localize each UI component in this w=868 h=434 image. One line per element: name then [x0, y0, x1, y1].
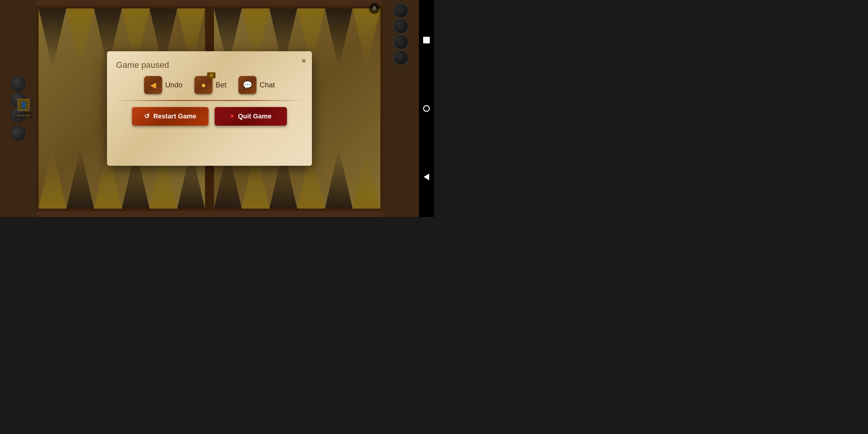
chat-icon: 💬	[243, 81, 252, 90]
nav-square-icon	[423, 37, 430, 43]
close-button[interactable]: ×	[302, 57, 306, 64]
nav-circle-item[interactable]	[422, 104, 431, 113]
pause-dialog: Game paused × ◀ Undo 0 ● Bet	[107, 51, 312, 166]
chat-button[interactable]: 💬	[239, 76, 256, 94]
nav-back-item[interactable]	[422, 173, 431, 181]
bet-button[interactable]: 0 ●	[194, 76, 213, 94]
quit-icon: ✕	[230, 113, 234, 120]
dialog-divider	[113, 100, 306, 101]
chat-action[interactable]: 💬 Chat	[239, 76, 275, 94]
nav-back-icon	[424, 174, 429, 180]
bottom-buttons: ↺ Restart Game ✕ Quit Game	[116, 107, 303, 126]
undo-button[interactable]: ◀	[144, 76, 162, 94]
undo-icon: ◀	[150, 81, 156, 90]
restart-label: Restart Game	[153, 113, 196, 120]
quit-label: Quit Game	[238, 113, 271, 120]
nav-square-item[interactable]	[422, 36, 431, 44]
quit-game-button[interactable]: ✕ Quit Game	[215, 107, 287, 126]
nav-bar	[419, 0, 434, 217]
bet-icon: ●	[201, 81, 206, 90]
undo-label: Undo	[165, 81, 182, 89]
bet-badge: 0	[207, 72, 216, 79]
nav-circle-icon	[423, 105, 430, 112]
undo-action[interactable]: ◀ Undo	[144, 76, 182, 94]
dialog-title: Game paused	[116, 60, 303, 70]
restart-game-button[interactable]: ↺ Restart Game	[132, 107, 208, 126]
bet-label: Bet	[216, 81, 226, 89]
bet-action[interactable]: 0 ● Bet	[194, 76, 226, 94]
game-area: 👤 Android	[0, 0, 419, 217]
chat-label: Chat	[259, 81, 275, 89]
action-row: ◀ Undo 0 ● Bet 💬 Chat	[116, 76, 303, 94]
restart-icon: ↺	[144, 113, 150, 120]
